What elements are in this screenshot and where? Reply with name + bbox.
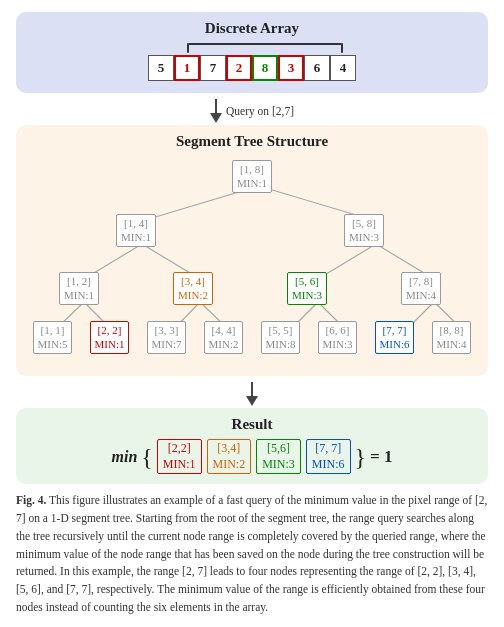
node-range-7-8: [7, 8] (406, 274, 436, 288)
node-min-5-8: MIN:3 (349, 230, 379, 244)
node-min-6-6: MIN:3 (323, 337, 353, 351)
result-arrow-icon (246, 382, 258, 406)
arrow-line (215, 99, 217, 113)
array-bracket (32, 43, 472, 53)
result-node-2-2: [2,2] MIN:1 (157, 439, 202, 474)
node-min-root: MIN:1 (237, 176, 267, 190)
node-range-root: [1, 8] (237, 162, 267, 176)
arrow-line-2 (251, 382, 253, 396)
result-equals: = 1 (370, 447, 392, 467)
tree-node-2-2: [2, 2] MIN:1 (90, 321, 130, 354)
discrete-array-title: Discrete Array (32, 20, 472, 37)
segment-tree-section: Segment Tree Structure (16, 125, 488, 376)
node-range-3-3: [3, 3] (152, 323, 182, 337)
node-min-5-5: MIN:8 (266, 337, 296, 351)
result-node-5-6-min: MIN:3 (262, 457, 295, 473)
array-cell-6: 3 (278, 55, 304, 81)
bracket-right (341, 43, 343, 53)
array-cell-2: 1 (174, 55, 200, 81)
result-node-3-4: [3,4] MIN:2 (207, 439, 252, 474)
caption: Fig. 4. This figure illustrates an examp… (16, 492, 488, 617)
arrow-head (210, 113, 222, 123)
node-min-1-4: MIN:1 (121, 230, 151, 244)
result-node-5-6: [5,6] MIN:3 (256, 439, 301, 474)
node-min-2-2: MIN:1 (95, 337, 125, 351)
result-section: Result min { [2,2] MIN:1 [3,4] MIN:2 [5,… (16, 408, 488, 484)
node-range-4-4: [4, 4] (209, 323, 239, 337)
array-cell-4: 2 (226, 55, 252, 81)
array-cell-8: 4 (330, 55, 356, 81)
discrete-array-section: Discrete Array 5 1 7 2 8 3 6 4 (16, 12, 488, 93)
tree-nodes: [1, 8] MIN:1 [1, 4] MIN:1 [5, 8] MIN:3 (24, 156, 480, 366)
array-cell-7: 6 (304, 55, 330, 81)
node-min-7-8: MIN:4 (406, 288, 436, 302)
bracket-top (189, 43, 341, 45)
result-node-2-2-range: [2,2] (168, 441, 191, 457)
node-range-5-5: [5, 5] (266, 323, 296, 337)
result-arrow (16, 382, 488, 406)
array-cell-5: 8 (252, 55, 278, 81)
result-formula: min { [2,2] MIN:1 [3,4] MIN:2 [5,6] MIN:… (28, 439, 476, 474)
tree-node-1-4: [1, 4] MIN:1 (116, 214, 156, 247)
node-min-1-2: MIN:1 (64, 288, 94, 302)
node-range-7-7: [7, 7] (380, 323, 410, 337)
tree-node-root: [1, 8] MIN:1 (232, 160, 272, 193)
array-cell-1: 5 (148, 55, 174, 81)
node-min-1-1: MIN:5 (38, 337, 68, 351)
tree-node-4-4: [4, 4] MIN:2 (204, 321, 244, 354)
node-min-5-6: MIN:3 (292, 288, 322, 302)
array-boxes: 5 1 7 2 8 3 6 4 (32, 55, 472, 81)
array-cell-3: 7 (200, 55, 226, 81)
arrow-down-icon (210, 99, 222, 123)
result-nodes: [2,2] MIN:1 [3,4] MIN:2 [5,6] MIN:3 [7, … (157, 439, 351, 474)
result-node-5-6-range: [5,6] (267, 441, 290, 457)
node-min-7-7: MIN:6 (380, 337, 410, 351)
tree-container: [1, 8] MIN:1 [1, 4] MIN:1 [5, 8] MIN:3 (24, 156, 480, 366)
result-brace-close: } (355, 445, 367, 469)
caption-label: Fig. 4. (16, 494, 46, 506)
node-range-6-6: [6, 6] (323, 323, 353, 337)
result-node-2-2-min: MIN:1 (163, 457, 196, 473)
tree-node-8-8: [8, 8] MIN:4 (432, 321, 472, 354)
tree-node-7-7: [7, 7] MIN:6 (375, 321, 415, 354)
node-range-1-4: [1, 4] (121, 216, 151, 230)
node-range-1-2: [1, 2] (64, 274, 94, 288)
tree-node-5-5: [5, 5] MIN:8 (261, 321, 301, 354)
result-node-7-7: [7, 7] MIN:6 (306, 439, 351, 474)
tree-node-1-1: [1, 1] MIN:5 (33, 321, 73, 354)
result-node-7-7-range: [7, 7] (315, 441, 341, 457)
tree-node-3-3: [3, 3] MIN:7 (147, 321, 187, 354)
node-min-8-8: MIN:4 (437, 337, 467, 351)
node-range-3-4: [3, 4] (178, 274, 208, 288)
query-label: Query on [2,7] (226, 105, 294, 117)
node-range-2-2: [2, 2] (95, 323, 125, 337)
node-range-5-6: [5, 6] (292, 274, 322, 288)
tree-node-1-2: [1, 2] MIN:1 (59, 272, 99, 305)
arrow-head-2 (246, 396, 258, 406)
tree-node-3-4: [3, 4] MIN:2 (173, 272, 213, 305)
result-brace-open: { (141, 445, 153, 469)
caption-text: This figure illustrates an example of a … (16, 494, 488, 613)
result-title: Result (28, 416, 476, 433)
segment-tree-title: Segment Tree Structure (24, 133, 480, 150)
node-range-8-8: [8, 8] (437, 323, 467, 337)
tree-node-5-8: [5, 8] MIN:3 (344, 214, 384, 247)
result-node-3-4-min: MIN:2 (213, 457, 246, 473)
node-range-5-8: [5, 8] (349, 216, 379, 230)
node-min-3-3: MIN:7 (152, 337, 182, 351)
tree-node-6-6: [6, 6] MIN:3 (318, 321, 358, 354)
result-node-7-7-min: MIN:6 (312, 457, 345, 473)
node-range-1-1: [1, 1] (38, 323, 68, 337)
node-min-3-4: MIN:2 (178, 288, 208, 302)
tree-node-5-6: [5, 6] MIN:3 (287, 272, 327, 305)
tree-node-7-8: [7, 8] MIN:4 (401, 272, 441, 305)
result-min-label: min (112, 448, 138, 466)
query-arrow: Query on [2,7] (16, 99, 488, 123)
result-node-3-4-range: [3,4] (217, 441, 240, 457)
node-min-4-4: MIN:2 (209, 337, 239, 351)
